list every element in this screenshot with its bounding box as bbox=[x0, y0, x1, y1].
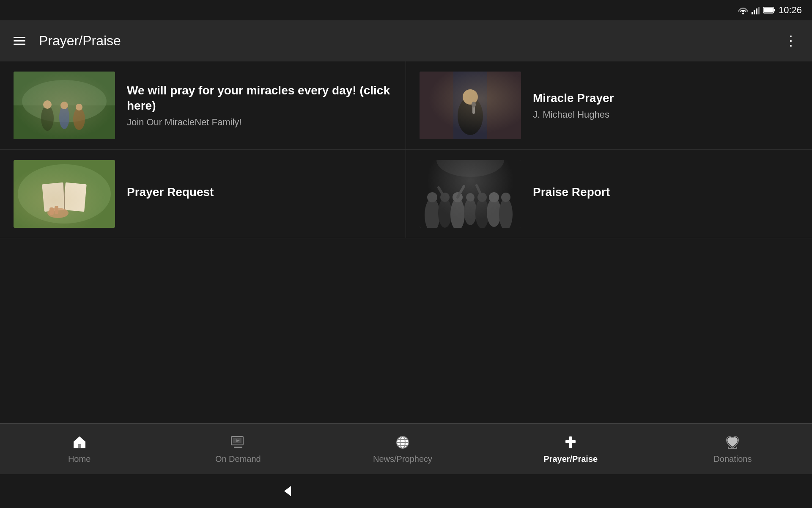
svg-rect-10 bbox=[14, 105, 115, 139]
svg-point-11 bbox=[22, 80, 107, 122]
svg-line-49 bbox=[458, 186, 464, 197]
svg-rect-32 bbox=[55, 206, 58, 214]
news-prophecy-nav-label: News/Prophecy bbox=[373, 454, 432, 464]
svg-point-41 bbox=[466, 193, 475, 202]
app-bar-left: Prayer/Praise bbox=[14, 33, 121, 49]
nav-item-home[interactable]: Home bbox=[46, 431, 113, 467]
app-bar-title: Prayer/Praise bbox=[39, 33, 121, 49]
nav-item-news-prophecy[interactable]: News/Prophecy bbox=[363, 431, 442, 467]
svg-rect-9 bbox=[14, 72, 115, 139]
prayer-request-title: Prayer Request bbox=[127, 185, 392, 200]
menu-icon[interactable] bbox=[14, 37, 25, 45]
svg-point-45 bbox=[489, 192, 499, 202]
svg-point-42 bbox=[475, 198, 489, 228]
donations-nav-label: Donations bbox=[713, 454, 752, 464]
signal-icon bbox=[752, 6, 760, 14]
prayer-praise-nav-label: Prayer/Praise bbox=[543, 454, 598, 464]
grid-item-pray-miracles[interactable]: We will pray for your miracles every day… bbox=[0, 61, 406, 150]
svg-point-21 bbox=[458, 97, 483, 135]
home-button[interactable] bbox=[398, 483, 414, 500]
donations-icon bbox=[724, 434, 741, 451]
svg-rect-20 bbox=[487, 72, 521, 139]
svg-rect-7 bbox=[774, 9, 775, 11]
nav-item-donations[interactable]: Donations bbox=[699, 431, 766, 467]
status-bar: 10:26 bbox=[0, 0, 812, 20]
app-bar: Prayer/Praise ⋮ bbox=[0, 20, 812, 61]
svg-point-44 bbox=[487, 198, 501, 227]
svg-point-17 bbox=[76, 104, 82, 110]
svg-rect-33 bbox=[420, 160, 521, 228]
thumbnail-miracle-prayer bbox=[420, 72, 521, 139]
svg-line-48 bbox=[439, 188, 445, 198]
svg-point-35 bbox=[427, 192, 437, 202]
svg-point-39 bbox=[453, 192, 463, 202]
svg-rect-3 bbox=[754, 10, 755, 14]
svg-point-37 bbox=[440, 193, 450, 202]
svg-rect-64 bbox=[565, 440, 576, 443]
on-demand-icon bbox=[230, 434, 247, 451]
content-area: We will pray for your miracles every day… bbox=[0, 61, 812, 238]
recents-button[interactable] bbox=[516, 483, 533, 500]
svg-rect-28 bbox=[63, 182, 86, 212]
svg-point-22 bbox=[463, 89, 478, 105]
bottom-nav: Home On Demand News/Prophecy bbox=[0, 423, 812, 474]
content-grid: We will pray for your miracles every day… bbox=[0, 61, 812, 238]
nav-item-prayer-praise[interactable]: Prayer/Praise bbox=[533, 431, 608, 467]
svg-point-1 bbox=[742, 13, 744, 14]
globe-icon bbox=[394, 434, 411, 451]
svg-rect-52 bbox=[78, 444, 81, 448]
thumbnail-praise-report bbox=[420, 160, 521, 228]
svg-point-47 bbox=[501, 193, 510, 202]
svg-rect-31 bbox=[49, 207, 54, 215]
svg-point-40 bbox=[464, 198, 477, 225]
svg-point-51 bbox=[436, 160, 504, 177]
svg-rect-4 bbox=[756, 8, 757, 14]
svg-rect-2 bbox=[752, 12, 753, 14]
miracle-prayer-title: Miracle Prayer bbox=[533, 91, 798, 106]
grid-item-prayer-request[interactable]: Prayer Request bbox=[0, 150, 406, 238]
svg-point-12 bbox=[41, 105, 54, 131]
svg-rect-27 bbox=[42, 182, 65, 212]
wifi-icon bbox=[738, 6, 748, 14]
more-options-icon[interactable]: ⋮ bbox=[784, 33, 798, 49]
status-time: 10:26 bbox=[779, 5, 802, 16]
svg-marker-65 bbox=[284, 486, 291, 496]
status-icons: 10:26 bbox=[738, 5, 802, 16]
pray-miracles-subtitle: Join Our MiracleNet Family! bbox=[127, 117, 392, 128]
svg-point-36 bbox=[438, 198, 452, 228]
svg-rect-18 bbox=[420, 72, 521, 139]
thumbnail-prayer-request bbox=[14, 160, 115, 228]
praise-report-title: Praise Report bbox=[533, 185, 798, 200]
svg-rect-8 bbox=[764, 8, 773, 13]
cross-icon bbox=[562, 434, 579, 451]
svg-point-24 bbox=[472, 102, 476, 108]
grid-item-miracle-prayer[interactable]: Miracle Prayer J. Michael Hughes bbox=[406, 61, 812, 150]
back-button[interactable] bbox=[279, 483, 296, 500]
pray-miracles-text: We will pray for your miracles every day… bbox=[127, 83, 392, 128]
svg-line-50 bbox=[477, 185, 482, 197]
battery-icon bbox=[763, 6, 775, 14]
svg-point-15 bbox=[60, 102, 68, 109]
system-nav bbox=[0, 474, 812, 508]
pray-miracles-title: We will pray for your miracles every day… bbox=[127, 83, 392, 114]
home-nav-label: Home bbox=[68, 454, 91, 464]
miracle-prayer-subtitle: J. Michael Hughes bbox=[533, 109, 798, 120]
svg-rect-25 bbox=[14, 160, 115, 228]
svg-point-13 bbox=[43, 100, 52, 109]
svg-point-30 bbox=[47, 208, 69, 218]
svg-rect-23 bbox=[472, 105, 475, 114]
svg-rect-57 bbox=[234, 447, 242, 448]
svg-point-38 bbox=[450, 198, 465, 228]
nav-item-on-demand[interactable]: On Demand bbox=[204, 431, 272, 467]
svg-point-26 bbox=[18, 164, 111, 224]
grid-item-praise-report[interactable]: Praise Report bbox=[406, 150, 812, 238]
home-icon bbox=[71, 434, 88, 451]
svg-point-14 bbox=[59, 105, 69, 129]
svg-point-46 bbox=[499, 198, 513, 228]
svg-point-34 bbox=[425, 198, 440, 228]
svg-rect-19 bbox=[420, 72, 453, 139]
thumbnail-pray-miracles bbox=[14, 72, 115, 139]
svg-line-29 bbox=[64, 183, 65, 211]
on-demand-nav-label: On Demand bbox=[215, 454, 261, 464]
praise-report-text: Praise Report bbox=[533, 185, 798, 203]
